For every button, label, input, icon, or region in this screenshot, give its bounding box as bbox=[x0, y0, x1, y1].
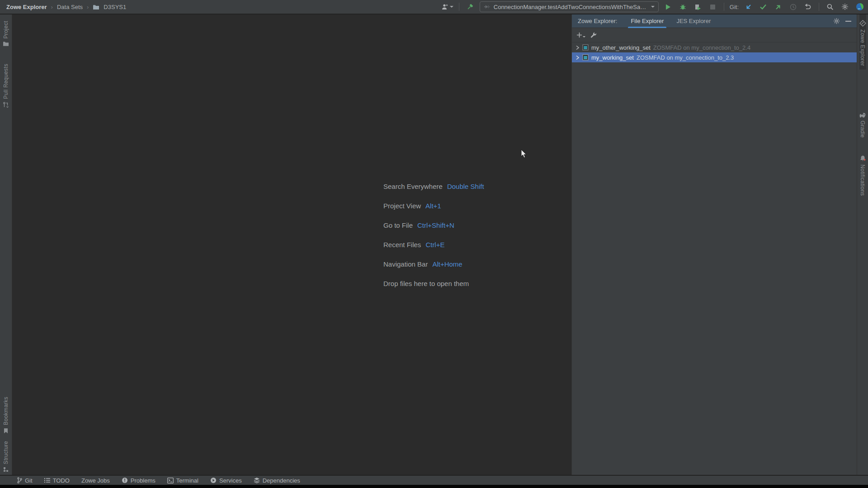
stripe-button-zowe-explorer[interactable]: Zowe Explorer bbox=[859, 14, 866, 70]
git-push-button[interactable] bbox=[773, 1, 783, 12]
project-stripe-label: Project bbox=[3, 21, 9, 38]
run-coverage-button[interactable] bbox=[693, 1, 703, 12]
chevron-right-icon[interactable] bbox=[576, 45, 580, 50]
hammer-icon bbox=[466, 3, 474, 11]
status-item-label: Terminal bbox=[176, 477, 198, 484]
status-item-label: TODO bbox=[53, 477, 70, 484]
toolbar-divider bbox=[459, 3, 459, 11]
git-update-button[interactable] bbox=[743, 1, 754, 12]
tool-window-toolbar bbox=[572, 28, 857, 42]
stripe-button-pull-requests[interactable]: Pull Requests bbox=[3, 50, 9, 112]
status-item-terminal[interactable]: Terminal bbox=[162, 476, 203, 485]
tool-window-header[interactable]: Zowe Explorer: File Explorer JES Explore… bbox=[572, 14, 857, 28]
toolbar-divider bbox=[724, 3, 724, 11]
breadcrumb-separator: › bbox=[51, 4, 53, 10]
wrench-icon bbox=[590, 32, 597, 38]
arrow-up-right-icon bbox=[775, 4, 782, 10]
check-icon bbox=[760, 4, 767, 10]
run-configuration-select[interactable]: ConnectionManager.testAddTwoConnectionsW… bbox=[480, 1, 659, 12]
status-item-label: Git bbox=[25, 477, 33, 484]
shortcut-label: Recent Files bbox=[383, 241, 421, 249]
build-button[interactable] bbox=[465, 1, 476, 12]
shortcut-hint-row: Go to File Ctrl+Shift+N bbox=[383, 221, 484, 241]
settings-button[interactable] bbox=[840, 1, 850, 12]
drop-files-hint: Drop files here to open them bbox=[383, 280, 484, 299]
plus-icon bbox=[576, 32, 582, 38]
breadcrumb-separator: › bbox=[87, 4, 89, 10]
bookmarks-stripe-label: Bookmarks bbox=[3, 397, 9, 425]
clock-icon bbox=[790, 4, 797, 10]
terminal-icon bbox=[167, 478, 174, 483]
shortcut-hint-row: Project View Alt+1 bbox=[383, 202, 484, 221]
tab-jes-explorer[interactable]: JES Explorer bbox=[671, 14, 716, 28]
mouse-cursor bbox=[521, 149, 528, 159]
structure-stripe-label: Structure bbox=[3, 441, 9, 464]
window-bottom-strip bbox=[0, 485, 868, 488]
stripe-button-notifications[interactable]: Notifications bbox=[859, 151, 866, 199]
undo-icon bbox=[804, 4, 811, 10]
run-config-icon bbox=[484, 4, 491, 9]
folder-icon bbox=[3, 41, 9, 47]
status-item-dependencies[interactable]: Dependencies bbox=[249, 476, 305, 485]
status-item-git[interactable]: Git bbox=[12, 476, 38, 485]
chevron-right-icon[interactable] bbox=[576, 55, 580, 60]
bookmark-icon bbox=[3, 428, 9, 434]
zowe-explorer-tool-window: Zowe Explorer: File Explorer JES Explore… bbox=[571, 14, 857, 475]
working-set-tree: my_other_working_set ZOSMFAD on my_conne… bbox=[572, 42, 857, 475]
layers-icon bbox=[254, 477, 260, 483]
edit-working-set-button[interactable] bbox=[590, 32, 597, 38]
status-item-label: Services bbox=[219, 477, 242, 484]
bell-icon bbox=[859, 155, 866, 162]
tree-row-other-working-set[interactable]: my_other_working_set ZOSMFAD on my_conne… bbox=[572, 42, 857, 52]
stop-button bbox=[708, 1, 718, 12]
tree-row-working-set[interactable]: my_working_set ZOSMFAD on my_connection_… bbox=[572, 52, 857, 62]
history-button bbox=[788, 1, 798, 12]
status-item-label: Problems bbox=[131, 477, 156, 484]
status-item-problems[interactable]: Problems bbox=[117, 476, 160, 485]
editor-shortcut-hints: Search Everywhere Double Shift Project V… bbox=[383, 183, 484, 299]
run-button[interactable] bbox=[663, 1, 674, 12]
zowe-icon bbox=[859, 20, 866, 27]
gear-icon bbox=[841, 3, 849, 10]
run-configuration-value: ConnectionManager.testAddTwoConnectionsW… bbox=[494, 4, 647, 10]
main-toolbar: Zowe Explorer › Data Sets › D3SYS1 Conne… bbox=[0, 0, 868, 14]
status-item-services[interactable]: Services bbox=[205, 476, 247, 485]
stripe-button-bookmarks[interactable]: Bookmarks bbox=[3, 393, 9, 437]
stop-icon bbox=[710, 4, 716, 10]
tab-file-explorer[interactable]: File Explorer bbox=[625, 14, 669, 28]
pull-request-icon bbox=[3, 102, 9, 108]
problems-icon bbox=[122, 477, 128, 483]
git-commit-button[interactable] bbox=[758, 1, 769, 12]
shortcut-label: Search Everywhere bbox=[383, 183, 443, 190]
bug-icon bbox=[679, 4, 686, 10]
stripe-button-project[interactable]: Project bbox=[3, 14, 9, 50]
git-branch-icon bbox=[17, 477, 22, 483]
status-item-zowe-jobs[interactable]: Zowe Jobs bbox=[76, 476, 115, 485]
left-tool-stripe: Project Pull Requests Bookmarks Structur… bbox=[0, 14, 12, 475]
tool-window-title: Zowe Explorer: bbox=[578, 18, 617, 24]
stripe-button-structure[interactable]: Structure bbox=[3, 437, 9, 475]
shortcut-label: Navigation Bar bbox=[383, 260, 428, 268]
tool-window-settings-button[interactable] bbox=[831, 16, 841, 26]
gradle-stripe-label: Gradle bbox=[859, 121, 866, 138]
breadcrumb-section[interactable]: Data Sets bbox=[57, 4, 83, 10]
ide-plugin-icon[interactable] bbox=[854, 1, 865, 12]
editor-area[interactable]: Search Everywhere Double Shift Project V… bbox=[12, 14, 571, 475]
debug-button[interactable] bbox=[678, 1, 689, 12]
git-label: Git: bbox=[730, 4, 739, 10]
breadcrumb-item[interactable]: D3SYS1 bbox=[104, 4, 126, 10]
search-everywhere-button[interactable] bbox=[825, 1, 835, 12]
code-with-me-button[interactable] bbox=[441, 1, 453, 12]
breadcrumb-root[interactable]: Zowe Explorer bbox=[6, 4, 47, 10]
status-item-todo[interactable]: TODO bbox=[39, 476, 75, 485]
add-working-set-button[interactable] bbox=[576, 32, 585, 38]
working-set-name: my_working_set bbox=[591, 54, 634, 61]
rollback-button[interactable] bbox=[802, 1, 813, 12]
tool-window-hide-button[interactable] bbox=[843, 16, 853, 26]
breadcrumb: Zowe Explorer › Data Sets › D3SYS1 bbox=[6, 4, 126, 10]
minimize-icon bbox=[845, 20, 851, 22]
working-set-name: my_other_working_set bbox=[591, 44, 651, 51]
folder-icon bbox=[93, 4, 99, 10]
stripe-button-gradle[interactable]: Gradle bbox=[859, 108, 866, 141]
notifications-stripe-label: Notifications bbox=[859, 164, 866, 196]
